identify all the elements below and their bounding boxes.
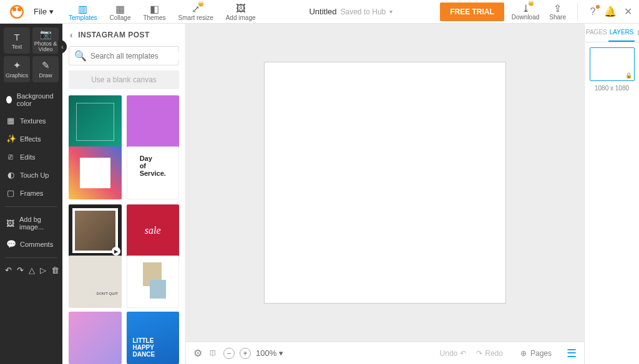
pages-button[interactable]: ⊕Pages bbox=[520, 349, 552, 358]
tab-pages[interactable]: PAGES bbox=[585, 24, 608, 42]
circle-icon bbox=[6, 96, 12, 103]
file-menu[interactable]: File▾ bbox=[29, 3, 59, 20]
templates-back-button[interactable]: ‹ bbox=[70, 30, 73, 40]
undo-button[interactable]: Undo ↶ bbox=[440, 349, 467, 358]
tab-layers[interactable]: LAYERS bbox=[608, 24, 635, 42]
chevron-down-icon: ▾ bbox=[389, 8, 393, 15]
share-button[interactable]: ⇪Share bbox=[547, 2, 568, 21]
template-thumb[interactable] bbox=[69, 312, 122, 365]
canvas-dimensions: 1080 x 1080 bbox=[590, 85, 634, 92]
rail-graphics[interactable]: ✦Graphics bbox=[4, 56, 30, 82]
tool-smart-resize[interactable]: ⤢Smart resize bbox=[172, 2, 220, 21]
redo-icon-button[interactable]: ↷ bbox=[17, 266, 24, 275]
rotate-icon-button[interactable]: △ bbox=[29, 266, 35, 275]
help-button[interactable]: ? bbox=[587, 6, 599, 18]
left-rail: ‹ TText 📷Photos & Video ✦Graphics ✎Draw … bbox=[0, 24, 62, 364]
svg-point-0 bbox=[11, 6, 23, 18]
templates-search[interactable]: 🔍 bbox=[69, 46, 179, 65]
template-thumb[interactable] bbox=[127, 95, 180, 148]
panel-close-button[interactable]: ⊠ bbox=[635, 24, 639, 42]
tool-templates[interactable]: ▥Templates bbox=[62, 2, 104, 21]
use-blank-canvas-button[interactable]: Use a blank canvas bbox=[69, 70, 179, 89]
touchup-icon: ◐ bbox=[6, 170, 15, 180]
image-plus-icon: 🖼 bbox=[6, 219, 14, 228]
zoom-in-button[interactable]: + bbox=[240, 348, 251, 359]
textures-icon: ▦ bbox=[6, 116, 15, 125]
templates-icon: ▥ bbox=[78, 3, 87, 14]
rail-textures[interactable]: ▦Textures bbox=[5, 112, 57, 129]
rail-frames[interactable]: ▢Frames bbox=[5, 184, 57, 201]
free-trial-button[interactable]: FREE TRIAL bbox=[440, 2, 504, 21]
rail-edits[interactable]: ⎚Edits bbox=[5, 148, 57, 165]
templates-category-title: INSTAGRAM POST bbox=[78, 31, 150, 39]
close-button[interactable]: ✕ bbox=[622, 6, 634, 18]
template-thumb[interactable]: LITTLE HAPPY DANCE bbox=[127, 312, 180, 365]
download-icon: ⤓ bbox=[522, 2, 530, 14]
text-icon: T bbox=[14, 32, 19, 42]
themes-icon: ◧ bbox=[150, 3, 159, 14]
sliders-icon: ⎚ bbox=[6, 152, 15, 161]
canvas-viewport[interactable] bbox=[186, 24, 584, 342]
tool-themes[interactable]: ◧Themes bbox=[137, 2, 172, 21]
zoom-out-button[interactable]: − bbox=[223, 348, 235, 359]
document-title[interactable]: Untitled Saved to Hub ▾ bbox=[262, 7, 441, 16]
flip-icon-button[interactable]: ▷ bbox=[40, 266, 46, 275]
close-icon: ✕ bbox=[624, 6, 632, 17]
search-icon: 🔍 bbox=[74, 50, 87, 62]
rail-comments[interactable]: 💬Comments bbox=[5, 236, 57, 252]
rail-draw[interactable]: ✎Draw bbox=[32, 56, 59, 82]
svg-point-2 bbox=[17, 7, 22, 11]
template-thumb[interactable] bbox=[127, 256, 180, 309]
template-thumb[interactable]: sale bbox=[127, 204, 180, 257]
frames-icon: ▢ bbox=[6, 188, 15, 198]
notifications-button[interactable]: 🔔 bbox=[604, 6, 617, 18]
template-thumb[interactable] bbox=[69, 146, 122, 199]
layer-thumbnail[interactable]: 🔒 bbox=[590, 47, 635, 81]
artboard[interactable] bbox=[264, 62, 506, 304]
bell-icon: 🔔 bbox=[604, 6, 617, 17]
help-icon: ? bbox=[590, 6, 596, 17]
share-icon: ⇪ bbox=[554, 2, 562, 14]
layers-icon: ☰ bbox=[567, 347, 577, 360]
settings-button[interactable]: ⚙ bbox=[193, 347, 202, 359]
add-image-icon: 🖼 bbox=[236, 3, 246, 14]
trash-icon-button[interactable]: 🗑 bbox=[51, 266, 59, 275]
app-logo bbox=[9, 4, 25, 20]
pencil-icon: ✎ bbox=[42, 60, 50, 71]
template-thumb[interactable]: DON'T QUIT bbox=[69, 256, 122, 309]
templates-panel: ‹ INSTAGRAM POST 🔍 Use a blank canvas Da… bbox=[62, 24, 186, 364]
rail-background-color[interactable]: Background color bbox=[5, 89, 57, 111]
guides-button[interactable]: ⎅ bbox=[210, 347, 216, 359]
effects-icon: ✨ bbox=[6, 134, 15, 143]
template-thumb[interactable]: ▶ bbox=[69, 204, 122, 257]
search-input[interactable] bbox=[90, 52, 184, 60]
comment-icon: 💬 bbox=[6, 239, 15, 249]
lock-icon: 🔒 bbox=[625, 72, 632, 79]
canvas-footer: ⚙ ⎅ − + 100% ▾ Undo ↶ ↷ Redo ⊕Pages ☰ bbox=[186, 342, 584, 364]
undo-icon-button[interactable]: ↶ bbox=[5, 266, 12, 275]
svg-point-1 bbox=[12, 7, 17, 11]
rail-touch-up[interactable]: ◐Touch Up bbox=[5, 166, 57, 183]
download-button[interactable]: ⤓Download bbox=[509, 2, 542, 21]
camera-icon: 📷 bbox=[40, 29, 52, 40]
chevron-down-icon: ▾ bbox=[49, 7, 54, 16]
canvas-area: ⚙ ⎅ − + 100% ▾ Undo ↶ ↷ Redo ⊕Pages ☰ bbox=[186, 24, 584, 364]
collage-icon: ▦ bbox=[115, 3, 125, 14]
graphics-icon: ✦ bbox=[13, 60, 21, 71]
rail-add-bg-image[interactable]: 🖼Add bg image... bbox=[5, 212, 57, 234]
play-icon: ▶ bbox=[112, 247, 120, 256]
tool-add-image[interactable]: 🖼Add image bbox=[220, 2, 262, 21]
top-bar: File▾ ▥Templates ▦Collage ◧Themes ⤢Smart… bbox=[0, 0, 639, 24]
zoom-level[interactable]: 100% ▾ bbox=[256, 348, 283, 358]
rail-effects[interactable]: ✨Effects bbox=[5, 130, 57, 147]
rail-photos[interactable]: 📷Photos & Video bbox=[32, 27, 59, 54]
add-page-icon: ⊕ bbox=[520, 349, 527, 358]
rail-text[interactable]: TText bbox=[4, 27, 30, 54]
right-panel: PAGES LAYERS ⊠ 🔒 1080 x 1080 bbox=[584, 24, 639, 364]
template-thumb[interactable]: Day of Service. bbox=[127, 146, 180, 199]
template-thumb[interactable] bbox=[69, 95, 122, 148]
smart-resize-icon: ⤢ bbox=[192, 3, 200, 14]
tool-collage[interactable]: ▦Collage bbox=[104, 2, 137, 21]
layers-toggle-button[interactable]: ☰ bbox=[567, 347, 577, 360]
redo-button[interactable]: ↷ Redo bbox=[476, 349, 503, 358]
